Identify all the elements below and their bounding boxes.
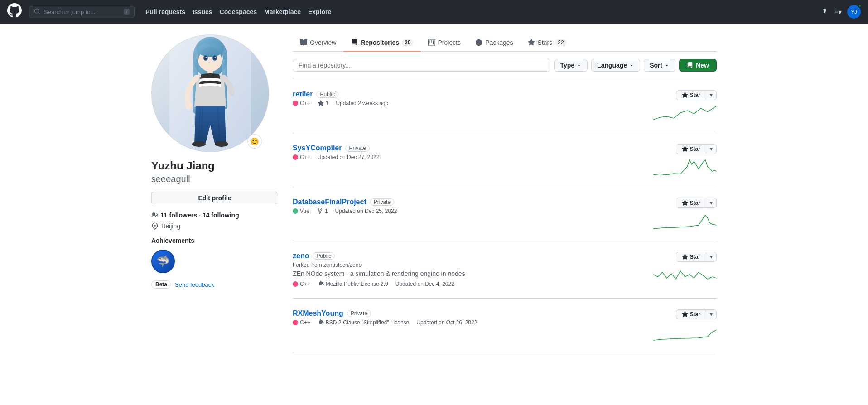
nav-marketplace[interactable]: Marketplace [264,8,301,15]
repo-name-row: zeno Public [293,252,646,260]
sort-dropdown-button[interactable]: Sort [644,59,675,72]
topnav: / Pull requests Issues Codespaces Market… [0,0,868,24]
tab-repositories[interactable]: Repositories 20 [343,34,420,52]
online-indicator [858,4,862,8]
repo-name-link[interactable]: zeno [293,252,309,260]
nav-codespaces[interactable]: Codespaces [220,8,257,15]
repo-language: Vue [293,208,309,214]
repo-name-link[interactable]: SysYCompiler [293,144,342,152]
repo-license: Mozilla Public License 2.0 [318,281,388,287]
followers-count-link[interactable]: 11 followers [160,212,197,219]
repo-actions: Star ▾ [653,252,717,284]
repo-language: C++ [293,319,310,326]
repo-forks: 1 [317,208,328,214]
svg-point-17 [192,141,206,147]
nav-pull-requests[interactable]: Pull requests [145,8,185,15]
table-row: SysYCompiler Private C++ Updated on Dec … [293,133,717,187]
nav-explore[interactable]: Explore [308,8,331,15]
star-dropdown-button[interactable]: ▾ [706,198,717,208]
repo-name-link[interactable]: DatabaseFinalProject [293,198,366,206]
new-repo-button[interactable]: New [679,59,717,72]
repo-info: zeno Public Forked from zenustech/zeno Z… [293,252,646,287]
repo-meta: C++ 1 Updated 2 weeks ago [293,100,646,106]
following-label: following [211,212,239,219]
repo-name-link[interactable]: RXMeshYoung [293,309,343,318]
nav-issues[interactable]: Issues [193,8,212,15]
profile-tabs: Overview Repositories 20 Projects Packag… [293,34,717,52]
star-dropdown-button[interactable]: ▾ [706,144,717,154]
repo-actions: Star ▾ [653,144,717,176]
filter-bar: Type Language Sort New [293,59,717,72]
star-icon [682,146,688,152]
repo-license: BSD 2-Clause "Simplified" License [318,319,410,326]
chevron-down-icon [576,63,582,68]
add-icon[interactable]: +▾ [834,8,842,16]
star-button[interactable]: Star [676,90,706,100]
tab-overview[interactable]: Overview [293,34,343,52]
repo-icon [351,39,358,46]
repo-create-icon [687,62,693,68]
star-button[interactable]: Star [676,198,706,208]
tab-projects[interactable]: Projects [421,34,468,52]
avatar-emoji-button[interactable]: 😊 [247,134,262,149]
following-count-link[interactable]: 14 following [203,212,239,219]
search-input[interactable] [44,9,120,15]
tab-packages[interactable]: Packages [468,34,520,52]
tab-stars[interactable]: Stars 22 [521,34,574,52]
repo-name-row: SysYCompiler Private [293,144,646,152]
profile-username: seeeagull [151,174,278,184]
projects-icon [428,39,435,46]
law-icon [318,319,324,326]
repo-info: DatabaseFinalProject Private Vue 1 Updat… [293,198,646,214]
sidebar: 😊 Yuzhu Jiang seeeagull Edit profile 11 … [151,34,278,352]
user-avatar[interactable]: YJ [847,5,861,19]
main-layout: 😊 Yuzhu Jiang seeeagull Edit profile 11 … [144,24,724,363]
table-row: retiler Public C++ 1 Updated 2 weeks ago [293,79,717,133]
star-button-group: Star ▾ [676,90,717,100]
star-dropdown-button[interactable]: ▾ [706,252,717,262]
repo-updated: Updated on Oct 26, 2022 [416,319,477,326]
star-dropdown-button[interactable]: ▾ [706,90,717,100]
repo-info: RXMeshYoung Private C++ BSD 2-Clause "Si… [293,309,646,326]
repo-meta: C++ BSD 2-Clause "Simplified" License Up… [293,319,646,326]
repo-list: retiler Public C++ 1 Updated 2 weeks ago [293,79,717,352]
repo-visibility-badge: Private [370,198,394,206]
github-logo-icon[interactable] [7,3,22,20]
avatar-container: 😊 [151,34,269,152]
packages-icon [475,39,482,46]
repo-description: ZEn NOde system - a simulation & renderi… [293,270,646,277]
repo-updated: Updated on Dec 27, 2022 [318,154,380,160]
lang-color-dot [293,281,298,287]
notifications-icon[interactable] [821,7,829,17]
star-button[interactable]: Star [676,309,706,319]
star-button-group: Star ▾ [676,309,717,319]
language-dropdown-button[interactable]: Language [591,59,640,72]
achievement-badge: 🦈 [151,250,175,273]
search-box[interactable]: / [29,6,135,18]
star-button[interactable]: Star [676,144,706,154]
star-icon [682,311,688,318]
repo-visibility-badge: Public [316,91,338,98]
repo-visibility-badge: Private [345,145,369,152]
edit-profile-button[interactable]: Edit profile [151,192,278,204]
star-button[interactable]: Star [676,252,706,262]
achievements-heading: Achievements [151,237,278,244]
fork-icon [317,208,323,214]
law-icon [318,281,324,287]
book-icon [300,39,307,46]
repo-name-row: RXMeshYoung Private [293,309,646,318]
lang-color-dot [293,320,298,325]
svg-point-11 [215,57,216,58]
table-row: zeno Public Forked from zenustech/zeno Z… [293,241,717,299]
send-feedback-link[interactable]: Send feedback [175,281,214,288]
repo-meta: C++ Mozilla Public License 2.0 Updated o… [293,281,646,287]
star-dropdown-button[interactable]: ▾ [706,309,717,319]
type-dropdown-button[interactable]: Type [554,59,588,72]
svg-point-10 [206,57,207,58]
star-icon [682,254,688,260]
find-repo-input[interactable] [293,59,550,72]
star-icon [682,200,688,206]
chevron-down-icon [664,63,670,68]
repo-language: C++ [293,281,310,287]
repo-name-link[interactable]: retiler [293,90,313,98]
